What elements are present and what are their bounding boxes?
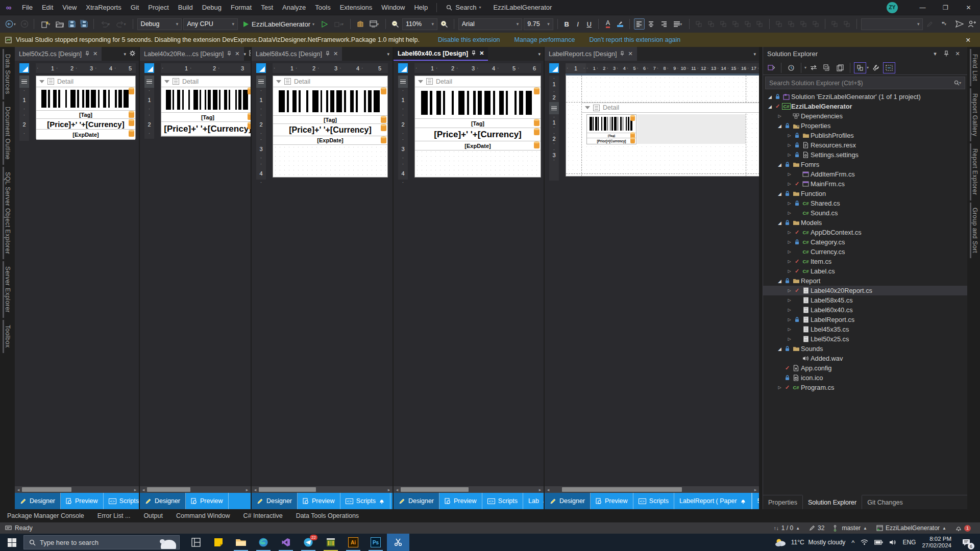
view-tab-scripts[interactable]: <>Scripts xyxy=(104,493,139,509)
menu-format[interactable]: Format xyxy=(226,0,256,15)
git-branch[interactable]: master▲ xyxy=(834,524,867,532)
expander-icon[interactable]: ◢ xyxy=(766,94,774,99)
tree-item-ezzilabelgenerator[interactable]: ◢✓C#EzziLabelGenerator xyxy=(763,102,967,111)
expander-icon[interactable]: ▷ xyxy=(786,211,793,215)
tree-item-publishprofiles[interactable]: ▷PublishProfiles xyxy=(763,131,967,140)
pending-edits[interactable]: 32 xyxy=(809,524,824,532)
view-tab-preview[interactable]: Preview xyxy=(61,493,103,509)
scrollbar-track[interactable] xyxy=(22,487,132,492)
price-field[interactable]: [Price]+' '+[Currency] xyxy=(36,119,135,130)
scroll-right-arrow[interactable]: ▸ xyxy=(132,487,139,492)
document-tab[interactable]: LabelReport.cs [Design]✕ xyxy=(545,47,637,61)
tree-item-solution-ezzilabelgenerator-1-of-1-project-[interactable]: ◢Solution 'EzziLabelGenerator' (1 of 1 p… xyxy=(763,92,967,102)
detail-band-header[interactable]: Detail xyxy=(415,76,541,87)
tree-item-properties[interactable]: ◢Properties xyxy=(763,121,967,131)
quotes-icon[interactable]: "▾ xyxy=(937,18,951,30)
view-tab-designer[interactable]: Designer xyxy=(15,493,61,509)
tag-field[interactable]: [Tag] xyxy=(415,119,541,128)
document-tab[interactable]: Label60x40.cs [Design]✕ xyxy=(394,47,488,61)
back-icon[interactable]: ▾ xyxy=(3,18,17,30)
menu-xtrareports[interactable]: XtraReports xyxy=(81,0,126,15)
expander-icon[interactable]: ▷ xyxy=(786,308,793,312)
tag-field[interactable]: [Tag] xyxy=(273,116,387,124)
expdate-field[interactable]: [ExpDate] xyxy=(273,136,387,145)
tag-field[interactable]: [Tag] xyxy=(161,113,251,122)
sync-icon[interactable] xyxy=(807,62,820,73)
highlight-icon[interactable] xyxy=(615,18,625,30)
menu-window[interactable]: Window xyxy=(377,0,409,15)
font-color-button[interactable]: A xyxy=(603,18,614,30)
bottom-tab-c-interactive[interactable]: C# Interactive xyxy=(243,512,283,519)
menu-project[interactable]: Project xyxy=(143,0,173,15)
expander-icon[interactable]: ◢ xyxy=(776,220,783,226)
volume-icon[interactable] xyxy=(889,539,896,545)
panel-tab-solution-explorer[interactable]: Solution Explorer xyxy=(802,495,862,509)
tree-item-added-wav[interactable]: Added.wav xyxy=(763,354,967,363)
sticky-notes-taskbar-icon[interactable] xyxy=(207,534,230,551)
bottom-tab-package-manager-console[interactable]: Package Manager Console xyxy=(7,512,84,519)
style-dropdown[interactable]: ▾ xyxy=(861,18,923,30)
mini-label-group[interactable]: [Tag][Price]+[Currency] xyxy=(586,114,636,144)
horizontal-scrollbar[interactable]: ◂▸ xyxy=(140,486,251,493)
tree-item-sounds[interactable]: ◢Sounds xyxy=(763,344,967,354)
tree-item-resources-resx[interactable]: ▷Resources.resx xyxy=(763,140,967,150)
left-tab-data-sources[interactable]: Data Sources xyxy=(3,49,11,99)
price-field[interactable]: [Price]+' '+[Currency] xyxy=(273,124,387,136)
save-all-icon[interactable] xyxy=(79,18,89,30)
action-center-button[interactable]: 6 xyxy=(958,534,975,551)
tree-item-label-cs[interactable]: ▷✓C#Label.cs xyxy=(763,266,967,276)
tree-item-fomrs[interactable]: ◢Fomrs xyxy=(763,160,967,169)
tree-item-app-config[interactable]: ✓App.config xyxy=(763,363,967,373)
right-tab-report-explorer[interactable]: Report Explorer xyxy=(970,143,978,201)
expander-icon[interactable]: ▷ xyxy=(786,182,793,186)
doc-dropdown-icon[interactable]: ▾ xyxy=(244,52,247,57)
expander-icon[interactable]: ▷ xyxy=(786,269,793,273)
close-icon[interactable]: ✕ xyxy=(628,51,632,57)
align-justify-icon[interactable]: ▾ xyxy=(671,18,685,30)
bottom-tab-error-list-[interactable]: Error List ... xyxy=(97,512,131,519)
configuration-dropdown[interactable]: Debug▾ xyxy=(137,18,182,30)
tree-item-currency-cs[interactable]: ▷C#Currency.cs xyxy=(763,247,967,257)
expander-icon[interactable]: ▷ xyxy=(786,298,793,303)
notifications-bell[interactable]: 1 xyxy=(955,525,971,532)
snipping-tool-taskbar-icon[interactable] xyxy=(387,534,409,551)
view-tab-preview[interactable]: Preview xyxy=(186,493,228,509)
doc-dropdown-icon[interactable]: ▾ xyxy=(538,52,541,57)
view-tab-designer[interactable]: Designer xyxy=(545,493,591,509)
bottom-tab-output[interactable]: Output xyxy=(143,512,163,519)
file-explorer-taskbar-icon[interactable] xyxy=(230,534,252,551)
tree-item-report[interactable]: ◢Report xyxy=(763,276,967,286)
tree-item-icon-ico[interactable]: icon.ico xyxy=(763,373,967,383)
bottom-tab-data-tools-operations[interactable]: Data Tools Operations xyxy=(296,512,359,519)
pending-changes-icon[interactable] xyxy=(785,62,797,73)
zoom-in-icon[interactable] xyxy=(439,18,450,30)
scroll-right-arrow[interactable]: ▸ xyxy=(243,487,251,492)
page-zoom-label[interactable]: 50% xyxy=(752,493,759,509)
font-size-dropdown[interactable]: 9.75▾ xyxy=(524,18,553,30)
underline-button[interactable]: U xyxy=(584,18,594,30)
select-report-icon[interactable] xyxy=(398,63,408,73)
photoshop-taskbar-icon[interactable]: Ps xyxy=(364,534,387,551)
select-report-icon[interactable] xyxy=(19,63,29,73)
menu-edit[interactable]: Edit xyxy=(37,0,58,15)
pin-icon[interactable] xyxy=(472,50,476,57)
preview-selected-icon[interactable] xyxy=(883,62,895,73)
price-field[interactable]: [Price]+' '+[Currency] xyxy=(415,128,541,141)
barcode-field[interactable] xyxy=(36,87,135,111)
view-tab-designer[interactable]: Designer xyxy=(394,493,439,509)
left-tab-server-explorer[interactable]: Server Explorer xyxy=(3,261,11,318)
platform-dropdown[interactable]: Any CPU▾ xyxy=(183,18,238,30)
tree-item-program-cs[interactable]: ▷✓C#Program.cs xyxy=(763,383,967,392)
barcode-field[interactable] xyxy=(161,87,251,113)
tag-field[interactable]: [Tag] xyxy=(36,111,135,119)
start-button[interactable] xyxy=(0,534,23,551)
notification-link-2[interactable]: Don't report this extension again xyxy=(589,36,680,43)
label-design-canvas[interactable]: Detail[Tag][Price]+' '+[Currency][ExpDat… xyxy=(273,76,388,178)
edge-taskbar-icon[interactable] xyxy=(252,534,275,551)
menu-build[interactable]: Build xyxy=(174,0,198,15)
menu-help[interactable]: Help xyxy=(409,0,432,15)
tree-item-dependencies[interactable]: ▷Dependencies xyxy=(763,111,967,121)
open-file-icon[interactable] xyxy=(55,18,65,30)
view-tab-preview[interactable]: Preview xyxy=(591,493,633,509)
scrollbar-thumb[interactable] xyxy=(562,487,682,492)
